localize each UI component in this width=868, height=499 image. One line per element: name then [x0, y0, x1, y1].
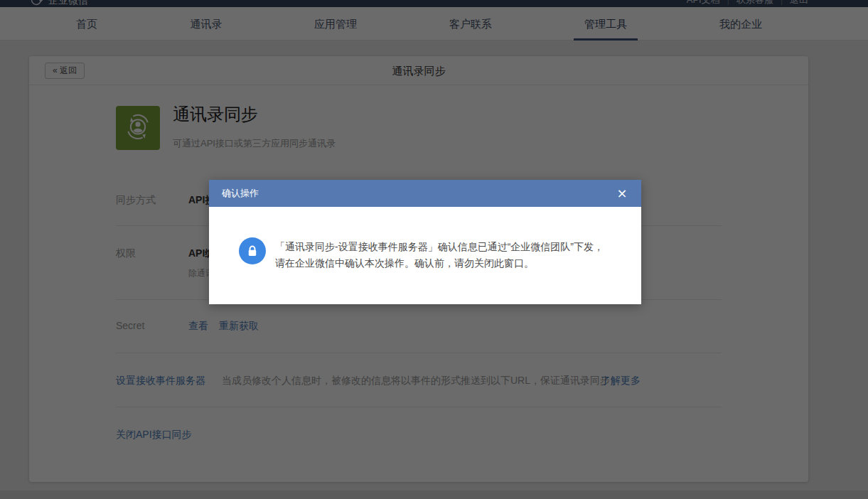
- dialog-header: 确认操作 ×: [209, 180, 641, 207]
- close-icon[interactable]: ×: [614, 186, 630, 201]
- dialog-message-line1: 「通讯录同步-设置接收事件服务器」确认信息已通过“企业微信团队”下发，: [275, 239, 616, 255]
- lock-icon: [239, 237, 266, 264]
- confirm-dialog: 确认操作 × 「通讯录同步-设置接收事件服务器」确认信息已通过“企业微信团队”下…: [209, 180, 641, 304]
- dialog-body: 「通讯录同步-设置接收事件服务器」确认信息已通过“企业微信团队”下发， 请在企业…: [209, 207, 641, 304]
- dialog-title: 确认操作: [222, 180, 259, 207]
- dialog-message-line2: 请在企业微信中确认本次操作。确认前，请勿关闭此窗口。: [275, 255, 616, 272]
- dialog-message: 「通讯录同步-设置接收事件服务器」确认信息已通过“企业微信团队”下发， 请在企业…: [275, 239, 616, 272]
